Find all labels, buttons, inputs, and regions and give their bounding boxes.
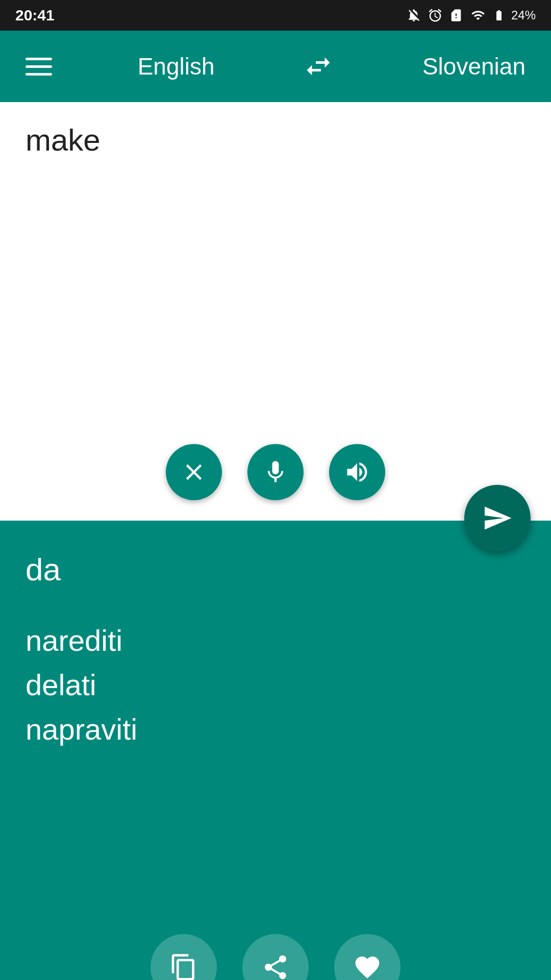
alarm-icon <box>428 8 443 23</box>
menu-icon <box>26 73 52 76</box>
microphone-button[interactable] <box>247 444 304 500</box>
app-header: English Slovenian <box>0 31 551 102</box>
sim-icon <box>449 8 463 22</box>
swap-languages-button[interactable] <box>300 51 337 82</box>
translation-area: da narediti delati napraviti <box>0 521 551 980</box>
translation-line-3: napraviti <box>26 707 525 751</box>
primary-translation: da <box>26 551 525 587</box>
source-text[interactable]: make <box>26 123 101 157</box>
signal-icon <box>469 8 487 22</box>
input-area: make <box>0 102 551 521</box>
status-icons: 24% <box>406 8 536 23</box>
notification-icon <box>406 8 421 23</box>
status-time: 20:41 <box>15 7 55 24</box>
menu-button[interactable] <box>26 58 52 76</box>
secondary-translations: narediti delati napraviti <box>26 618 525 751</box>
output-action-buttons <box>151 934 400 980</box>
translation-line-1: narediti <box>26 618 525 663</box>
input-action-buttons <box>166 444 385 500</box>
translate-button[interactable] <box>464 485 531 551</box>
clear-button[interactable] <box>166 444 222 500</box>
charging-icon <box>493 8 505 22</box>
translation-line-2: delati <box>26 663 525 707</box>
battery-level: 24% <box>511 8 536 22</box>
speak-button[interactable] <box>329 444 385 500</box>
menu-icon <box>26 58 52 60</box>
source-language[interactable]: English <box>138 53 215 80</box>
target-language[interactable]: Slovenian <box>422 53 525 80</box>
status-bar: 20:41 24% <box>0 0 551 31</box>
copy-button[interactable] <box>151 934 217 980</box>
favorite-button[interactable] <box>334 934 400 980</box>
menu-icon <box>26 65 52 68</box>
share-button[interactable] <box>242 934 309 980</box>
